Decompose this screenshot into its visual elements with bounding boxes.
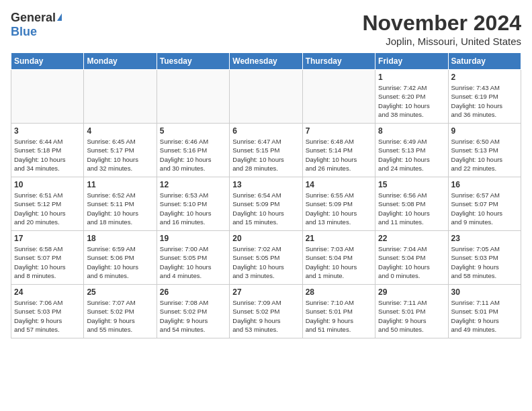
title-section: November 2024 Joplin, Missouri, United S… — [362, 11, 521, 47]
day-number: 27 — [232, 287, 299, 297]
day-detail: Sunrise: 7:42 AM Sunset: 6:20 PM Dayligh… — [378, 83, 445, 119]
day-number: 7 — [306, 126, 372, 136]
day-number: 13 — [232, 180, 299, 189]
day-number: 20 — [232, 234, 299, 243]
calendar-cell: 24Sunrise: 7:06 AM Sunset: 5:03 PM Dayli… — [11, 285, 84, 338]
calendar-cell: 1Sunrise: 7:42 AM Sunset: 6:20 PM Daylig… — [375, 70, 448, 124]
calendar-table: SundayMondayTuesdayWednesdayThursdayFrid… — [11, 52, 521, 338]
calendar-cell: 8Sunrise: 6:49 AM Sunset: 5:13 PM Daylig… — [375, 124, 448, 177]
day-detail: Sunrise: 7:04 AM Sunset: 5:04 PM Dayligh… — [378, 244, 445, 280]
calendar-cell: 10Sunrise: 6:51 AM Sunset: 5:12 PM Dayli… — [11, 177, 84, 231]
day-detail: Sunrise: 6:54 AM Sunset: 5:09 PM Dayligh… — [232, 191, 299, 226]
calendar-cell: 19Sunrise: 7:00 AM Sunset: 5:05 PM Dayli… — [157, 231, 229, 285]
day-number: 2 — [451, 73, 518, 82]
day-detail: Sunrise: 6:52 AM Sunset: 5:11 PM Dayligh… — [87, 191, 153, 226]
day-detail: Sunrise: 7:11 AM Sunset: 5:01 PM Dayligh… — [451, 298, 518, 334]
day-detail: Sunrise: 6:51 AM Sunset: 5:12 PM Dayligh… — [14, 191, 81, 226]
day-number: 15 — [378, 180, 445, 189]
page-header: General Blue November 2024 Joplin, Misso… — [11, 11, 521, 47]
day-number: 23 — [451, 234, 518, 243]
logo-general-text: General — [11, 11, 56, 25]
day-detail: Sunrise: 6:48 AM Sunset: 5:14 PM Dayligh… — [306, 137, 372, 173]
day-number: 11 — [87, 180, 153, 189]
logo: General Blue — [11, 11, 62, 39]
day-number: 14 — [306, 180, 372, 189]
day-number: 29 — [378, 287, 445, 297]
day-number: 17 — [14, 234, 81, 243]
calendar-header-row: SundayMondayTuesdayWednesdayThursdayFrid… — [11, 53, 521, 70]
calendar-cell: 28Sunrise: 7:10 AM Sunset: 5:01 PM Dayli… — [302, 285, 375, 338]
day-detail: Sunrise: 6:57 AM Sunset: 5:07 PM Dayligh… — [451, 191, 518, 226]
day-number: 19 — [160, 234, 226, 243]
calendar-cell: 13Sunrise: 6:54 AM Sunset: 5:09 PM Dayli… — [230, 177, 302, 231]
day-detail: Sunrise: 7:08 AM Sunset: 5:02 PM Dayligh… — [160, 298, 226, 334]
calendar-cell: 20Sunrise: 7:02 AM Sunset: 5:05 PM Dayli… — [230, 231, 302, 285]
calendar-week-row: 3Sunrise: 6:44 AM Sunset: 5:18 PM Daylig… — [11, 124, 521, 177]
day-number: 1 — [378, 73, 445, 82]
calendar-cell: 14Sunrise: 6:55 AM Sunset: 5:09 PM Dayli… — [302, 177, 375, 231]
day-number: 3 — [14, 126, 81, 136]
logo-blue-text: Blue — [11, 25, 37, 39]
calendar-cell: 23Sunrise: 7:05 AM Sunset: 5:03 PM Dayli… — [448, 231, 521, 285]
day-number: 16 — [451, 180, 518, 189]
day-detail: Sunrise: 6:59 AM Sunset: 5:06 PM Dayligh… — [87, 244, 153, 280]
day-number: 4 — [87, 126, 153, 136]
day-detail: Sunrise: 6:53 AM Sunset: 5:10 PM Dayligh… — [160, 191, 226, 226]
location-title: Joplin, Missouri, United States — [362, 36, 521, 47]
calendar-week-row: 24Sunrise: 7:06 AM Sunset: 5:03 PM Dayli… — [11, 285, 521, 338]
day-detail: Sunrise: 7:00 AM Sunset: 5:05 PM Dayligh… — [160, 244, 226, 280]
day-number: 12 — [160, 180, 226, 189]
calendar-cell: 7Sunrise: 6:48 AM Sunset: 5:14 PM Daylig… — [302, 124, 375, 177]
calendar-cell: 25Sunrise: 7:07 AM Sunset: 5:02 PM Dayli… — [84, 285, 157, 338]
weekday-header-saturday: Saturday — [448, 53, 521, 70]
day-number: 24 — [14, 287, 81, 297]
day-detail: Sunrise: 7:07 AM Sunset: 5:02 PM Dayligh… — [87, 298, 153, 334]
calendar-cell — [230, 70, 302, 124]
calendar-cell: 27Sunrise: 7:09 AM Sunset: 5:02 PM Dayli… — [230, 285, 302, 338]
day-detail: Sunrise: 6:49 AM Sunset: 5:13 PM Dayligh… — [378, 137, 445, 173]
day-number: 30 — [451, 287, 518, 297]
weekday-header-thursday: Thursday — [302, 53, 375, 70]
calendar-cell: 3Sunrise: 6:44 AM Sunset: 5:18 PM Daylig… — [11, 124, 84, 177]
weekday-header-friday: Friday — [375, 53, 448, 70]
calendar-cell: 26Sunrise: 7:08 AM Sunset: 5:02 PM Dayli… — [157, 285, 229, 338]
calendar-cell — [302, 70, 375, 124]
day-detail: Sunrise: 6:58 AM Sunset: 5:07 PM Dayligh… — [14, 244, 81, 280]
day-detail: Sunrise: 7:06 AM Sunset: 5:03 PM Dayligh… — [14, 298, 81, 334]
day-detail: Sunrise: 6:45 AM Sunset: 5:17 PM Dayligh… — [87, 137, 153, 173]
day-detail: Sunrise: 7:10 AM Sunset: 5:01 PM Dayligh… — [306, 298, 372, 334]
day-detail: Sunrise: 7:02 AM Sunset: 5:05 PM Dayligh… — [232, 244, 299, 280]
calendar-cell: 16Sunrise: 6:57 AM Sunset: 5:07 PM Dayli… — [448, 177, 521, 231]
day-number: 8 — [378, 126, 445, 136]
weekday-header-tuesday: Tuesday — [157, 53, 229, 70]
calendar-cell: 6Sunrise: 6:47 AM Sunset: 5:15 PM Daylig… — [230, 124, 302, 177]
calendar-cell: 9Sunrise: 6:50 AM Sunset: 5:13 PM Daylig… — [448, 124, 521, 177]
day-number: 22 — [378, 234, 445, 243]
day-number: 9 — [451, 126, 518, 136]
calendar-cell: 22Sunrise: 7:04 AM Sunset: 5:04 PM Dayli… — [375, 231, 448, 285]
day-number: 10 — [14, 180, 81, 189]
day-detail: Sunrise: 7:43 AM Sunset: 6:19 PM Dayligh… — [451, 83, 518, 119]
weekday-header-sunday: Sunday — [11, 53, 84, 70]
calendar-cell — [157, 70, 229, 124]
calendar-cell: 29Sunrise: 7:11 AM Sunset: 5:01 PM Dayli… — [375, 285, 448, 338]
calendar-cell — [84, 70, 157, 124]
weekday-header-monday: Monday — [84, 53, 157, 70]
calendar-cell: 11Sunrise: 6:52 AM Sunset: 5:11 PM Dayli… — [84, 177, 157, 231]
day-detail: Sunrise: 7:05 AM Sunset: 5:03 PM Dayligh… — [451, 244, 518, 280]
day-detail: Sunrise: 6:44 AM Sunset: 5:18 PM Dayligh… — [14, 137, 81, 173]
day-number: 5 — [160, 126, 226, 136]
calendar-cell: 17Sunrise: 6:58 AM Sunset: 5:07 PM Dayli… — [11, 231, 84, 285]
calendar-cell: 21Sunrise: 7:03 AM Sunset: 5:04 PM Dayli… — [302, 231, 375, 285]
calendar-cell: 18Sunrise: 6:59 AM Sunset: 5:06 PM Dayli… — [84, 231, 157, 285]
calendar-cell — [11, 70, 84, 124]
calendar-week-row: 17Sunrise: 6:58 AM Sunset: 5:07 PM Dayli… — [11, 231, 521, 285]
day-detail: Sunrise: 6:47 AM Sunset: 5:15 PM Dayligh… — [232, 137, 299, 173]
calendar-cell: 4Sunrise: 6:45 AM Sunset: 5:17 PM Daylig… — [84, 124, 157, 177]
day-detail: Sunrise: 6:46 AM Sunset: 5:16 PM Dayligh… — [160, 137, 226, 173]
day-detail: Sunrise: 7:11 AM Sunset: 5:01 PM Dayligh… — [378, 298, 445, 334]
logo-icon — [57, 13, 62, 21]
day-number: 6 — [232, 126, 299, 136]
calendar-cell: 2Sunrise: 7:43 AM Sunset: 6:19 PM Daylig… — [448, 70, 521, 124]
day-number: 28 — [306, 287, 372, 297]
